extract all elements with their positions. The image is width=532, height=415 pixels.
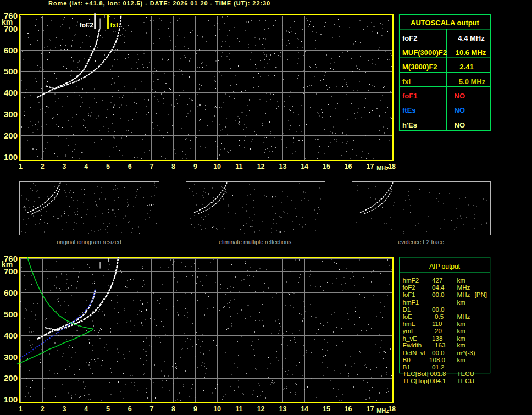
- svg-text:500: 500: [4, 67, 18, 76]
- svg-text:foF2: foF2: [402, 34, 417, 42]
- svg-text:foF1: foF1: [402, 92, 417, 100]
- svg-text:4: 4: [84, 163, 88, 170]
- svg-text:M(3000)F2: M(3000)F2: [402, 63, 437, 71]
- svg-text:16: 16: [345, 163, 352, 170]
- svg-text:16: 16: [345, 405, 352, 413]
- svg-text:D1: D1: [403, 306, 411, 313]
- svg-text:9: 9: [193, 163, 197, 170]
- svg-text:4.4 MHz: 4.4 MHz: [458, 34, 485, 42]
- svg-text:Rome (lat: +41.8, lon: 012.5): Rome (lat: +41.8, lon: 012.5) - DATE: 20…: [48, 0, 270, 7]
- svg-text:17: 17: [366, 405, 374, 413]
- svg-text:AIP output: AIP output: [429, 263, 460, 270]
- svg-text:17: 17: [366, 163, 374, 170]
- svg-text:7: 7: [149, 405, 153, 413]
- svg-text:Ewidth: Ewidth: [403, 341, 422, 348]
- svg-text:foF2: foF2: [80, 21, 94, 29]
- svg-text:163: 163: [435, 341, 445, 348]
- svg-text:original ionogram resized: original ionogram resized: [57, 239, 121, 245]
- svg-text:2: 2: [41, 405, 45, 413]
- svg-text:TEC[Top]: TEC[Top]: [403, 377, 429, 384]
- svg-text:5: 5: [106, 405, 110, 413]
- svg-text:8: 8: [171, 405, 175, 413]
- svg-text:DelN_vE: DelN_vE: [403, 349, 428, 356]
- svg-text:100: 100: [4, 152, 18, 162]
- svg-text:600: 600: [4, 288, 18, 297]
- svg-text:13: 13: [279, 163, 286, 170]
- svg-text:400: 400: [4, 88, 18, 97]
- svg-text:200: 200: [4, 373, 18, 383]
- svg-text:7: 7: [149, 163, 153, 170]
- svg-text:km: km: [457, 298, 465, 306]
- svg-text:10: 10: [213, 405, 221, 413]
- svg-text:---: ---: [432, 298, 439, 306]
- svg-text:h'Es: h'Es: [402, 121, 417, 129]
- svg-text:10: 10: [213, 163, 221, 170]
- svg-text:MHz: MHz: [376, 407, 389, 414]
- svg-text:m^(-3): m^(-3): [457, 349, 475, 356]
- svg-text:500: 500: [4, 309, 18, 319]
- svg-text:MHz: MHz: [457, 291, 470, 298]
- svg-text:600: 600: [4, 46, 18, 55]
- svg-text:AUTOSCALA output: AUTOSCALA output: [411, 19, 480, 27]
- svg-text:13: 13: [279, 405, 286, 413]
- svg-text:15: 15: [323, 405, 330, 413]
- svg-text:138: 138: [432, 335, 442, 342]
- svg-text:hmF2: hmF2: [403, 276, 419, 284]
- svg-text:NO: NO: [455, 121, 465, 129]
- svg-text:18: 18: [388, 405, 396, 413]
- svg-text:MHz: MHz: [457, 284, 470, 291]
- svg-text:18: 18: [388, 163, 396, 170]
- svg-text:foE: foE: [403, 313, 413, 320]
- svg-text:9: 9: [193, 405, 197, 413]
- svg-text:14: 14: [301, 163, 308, 170]
- svg-text:km: km: [457, 320, 465, 327]
- svg-text:B1: B1: [403, 363, 411, 370]
- svg-text:ymE: ymE: [403, 327, 415, 334]
- svg-text:B0: B0: [403, 356, 411, 363]
- svg-text:km: km: [457, 341, 465, 348]
- svg-text:300: 300: [4, 109, 18, 119]
- svg-text:12: 12: [257, 163, 265, 170]
- svg-text:h_vE: h_vE: [403, 335, 418, 342]
- svg-text:8: 8: [171, 163, 175, 170]
- svg-text:400: 400: [4, 331, 18, 340]
- svg-text:km: km: [457, 335, 465, 342]
- svg-text:6: 6: [128, 405, 132, 413]
- svg-text:11: 11: [235, 163, 242, 170]
- svg-text:200: 200: [4, 131, 18, 140]
- svg-text:5.0 MHz: 5.0 MHz: [459, 78, 486, 86]
- svg-text:4: 4: [84, 405, 88, 413]
- svg-text:01.2: 01.2: [432, 363, 445, 370]
- svg-text:MUF(3000)F2: MUF(3000)F2: [402, 48, 447, 57]
- svg-text:427: 427: [432, 276, 442, 284]
- svg-text:NO: NO: [455, 106, 465, 114]
- svg-text:3: 3: [62, 163, 66, 170]
- svg-text:km: km: [457, 276, 465, 284]
- svg-text:12: 12: [257, 405, 265, 413]
- svg-text:004.1: 004.1: [430, 377, 446, 384]
- svg-text:TEC[Bot]: TEC[Bot]: [403, 370, 429, 377]
- svg-text:15: 15: [323, 163, 330, 170]
- svg-text:001.8: 001.8: [430, 370, 446, 377]
- svg-text:TECU: TECU: [457, 377, 475, 384]
- svg-text:5: 5: [106, 163, 110, 170]
- svg-text:hmE: hmE: [403, 320, 416, 327]
- svg-text:100: 100: [4, 395, 18, 404]
- svg-text:NO: NO: [455, 92, 465, 100]
- svg-text:11: 11: [235, 405, 242, 413]
- svg-text:km: km: [457, 356, 465, 363]
- svg-text:TECU: TECU: [457, 370, 475, 377]
- svg-text:foF1: foF1: [403, 291, 415, 298]
- svg-text:2: 2: [41, 163, 45, 170]
- svg-text:foF2: foF2: [403, 284, 415, 291]
- svg-text:evidence F2 trace: evidence F2 trace: [398, 239, 444, 245]
- svg-text:MHz: MHz: [457, 313, 470, 320]
- svg-text:km: km: [2, 18, 13, 26]
- svg-text:hmF1: hmF1: [403, 298, 419, 306]
- svg-text:km: km: [457, 327, 465, 334]
- svg-text:04.4: 04.4: [432, 284, 445, 291]
- svg-text:108.0: 108.0: [429, 356, 445, 363]
- svg-text:km: km: [2, 260, 13, 269]
- svg-text:eliminate multiple reflections: eliminate multiple reflections: [219, 239, 291, 245]
- svg-text:6: 6: [128, 163, 132, 170]
